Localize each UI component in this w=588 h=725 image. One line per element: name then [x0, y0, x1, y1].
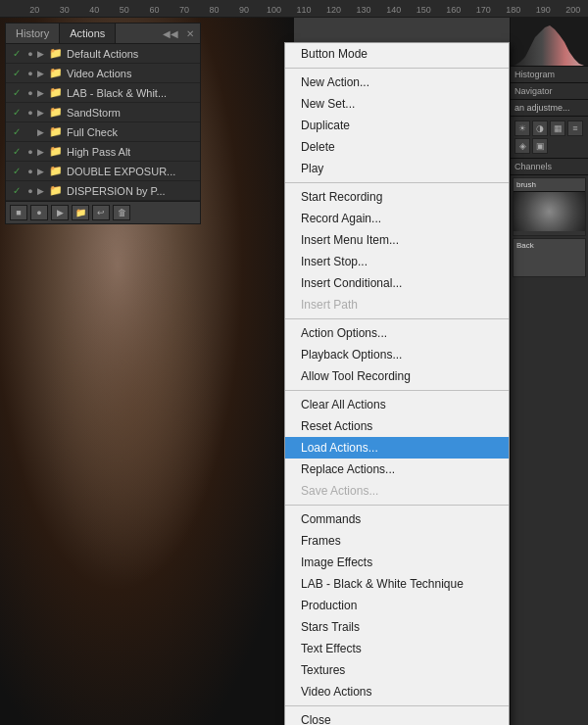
- adj-icon[interactable]: ▦: [550, 121, 565, 136]
- adj-icon[interactable]: ◈: [514, 138, 530, 154]
- ruler-mark: 110: [289, 5, 319, 15]
- menu-item-start-recording[interactable]: Start Recording: [285, 186, 509, 208]
- main-area: History Actions ◀◀ ✕ ✓ ● ▶ 📁 Default Act…: [0, 18, 588, 725]
- expand-icon: ▶: [37, 167, 49, 176]
- ruler-mark: 20: [20, 5, 50, 15]
- menu-item-text-effects[interactable]: Text Effects: [285, 638, 509, 659]
- check-icon: ✓: [10, 146, 24, 157]
- menu-item-new-action[interactable]: New Action...: [285, 72, 509, 93]
- folder-icon: 📁: [49, 106, 65, 119]
- item-label: LAB - Black & Whit...: [67, 87, 167, 99]
- menu-item-close[interactable]: Close: [285, 709, 509, 725]
- menu-item-button-mode[interactable]: Button Mode: [285, 43, 509, 65]
- list-item[interactable]: ✓ ● ▶ 📁 Video Actions: [6, 64, 200, 83]
- menu-item-new-set[interactable]: New Set...: [285, 93, 509, 115]
- expand-icon: ▶: [37, 147, 49, 157]
- item-label: High Pass Alt: [67, 146, 130, 158]
- ruler-mark: 200: [559, 5, 588, 15]
- brush-preview: [514, 192, 585, 231]
- ruler-mark: 70: [170, 5, 200, 15]
- new-action-button[interactable]: ↩: [92, 205, 110, 220]
- menu-item-insert-path: Insert Path: [285, 294, 509, 315]
- tab-history[interactable]: History: [6, 24, 60, 43]
- right-panel: Histogram Navigator an adjustme... ☀ ◑ ▦…: [510, 18, 588, 725]
- layer-thumb-brush[interactable]: brush: [513, 177, 586, 236]
- menu-item-insert-stop[interactable]: Insert Stop...: [285, 251, 509, 272]
- check-icon: ✓: [10, 87, 24, 98]
- ruler-mark: 50: [110, 5, 140, 15]
- svg-marker-0: [511, 25, 588, 67]
- menu-item-insert-menu-item[interactable]: Insert Menu Item...: [285, 229, 509, 251]
- menu-item-allow-tool-recording[interactable]: Allow Tool Recording: [285, 365, 509, 387]
- item-label: DOUBLE EXPOSUR...: [67, 166, 175, 177]
- ruler-mark: 30: [50, 5, 80, 15]
- menu-separator: [285, 318, 509, 319]
- menu-item-clear-all-actions[interactable]: Clear All Actions: [285, 394, 509, 415]
- adj-icon[interactable]: ☀: [514, 121, 530, 136]
- expand-icon: ▶: [37, 127, 49, 137]
- check-icon: ✓: [10, 126, 24, 137]
- expand-icon: ▶: [37, 49, 49, 59]
- menu-item-reset-actions[interactable]: Reset Actions: [285, 415, 509, 437]
- menu-item-duplicate[interactable]: Duplicate: [285, 115, 509, 136]
- list-item[interactable]: ✓ ● ▶ 📁 Default Actions: [6, 44, 200, 64]
- folder-icon: 📁: [49, 125, 65, 138]
- item-label: Default Actions: [67, 48, 138, 60]
- menu-item-replace-actions[interactable]: Replace Actions...: [285, 459, 509, 480]
- menu-item-insert-conditional[interactable]: Insert Conditional...: [285, 272, 509, 294]
- check-icon: ✓: [10, 166, 24, 176]
- panel-controls: ◀◀ ✕: [161, 28, 200, 39]
- folder-icon: 📁: [49, 47, 65, 60]
- menu-separator: [285, 505, 509, 506]
- tab-actions[interactable]: Actions: [60, 24, 116, 43]
- list-item[interactable]: ✓ ● ▶ 📁 SandStorm: [6, 103, 200, 122]
- menu-item-load-actions[interactable]: Load Actions...: [285, 437, 509, 459]
- visibility-icon: ●: [24, 49, 37, 59]
- list-item[interactable]: ✓ ● ▶ 📁 High Pass Alt: [6, 142, 200, 162]
- expand-icon: ▶: [37, 69, 49, 78]
- menu-item-image-effects[interactable]: Image Effects: [285, 552, 509, 573]
- adj-icon[interactable]: ≡: [567, 121, 583, 136]
- adjustments-label: an adjustme...: [511, 100, 588, 117]
- stop-button[interactable]: ■: [10, 205, 27, 220]
- panel-close-button[interactable]: ✕: [184, 28, 196, 39]
- delete-button[interactable]: 🗑: [113, 205, 130, 220]
- menu-item-frames[interactable]: Frames: [285, 530, 509, 552]
- menu-item-textures[interactable]: Textures: [285, 659, 509, 681]
- ruler-mark: 80: [199, 5, 229, 15]
- visibility-icon: ●: [24, 69, 37, 78]
- adj-icon[interactable]: ▣: [532, 138, 548, 154]
- ruler-mark: 60: [139, 5, 170, 15]
- menu-item-commands[interactable]: Commands: [285, 508, 509, 530]
- item-label: SandStorm: [67, 107, 121, 119]
- back-label: Back: [514, 239, 585, 252]
- menu-item-play[interactable]: Play: [285, 158, 509, 179]
- menu-item-action-options[interactable]: Action Options...: [285, 322, 509, 344]
- histogram-area: [511, 18, 588, 67]
- panel-header: History Actions ◀◀ ✕: [6, 24, 200, 44]
- menu-item-video-actions[interactable]: Video Actions: [285, 681, 509, 702]
- list-item[interactable]: ✓ ● ▶ 📁 LAB - Black & Whit...: [6, 83, 200, 103]
- layer-thumb-back[interactable]: Back: [513, 238, 586, 277]
- menu-separator: [285, 705, 509, 706]
- adj-icon[interactable]: ◑: [532, 121, 548, 136]
- adjustment-icons: ☀ ◑ ▦ ≡ ◈ ▣: [511, 117, 588, 159]
- menu-item-playback-options[interactable]: Playback Options...: [285, 344, 509, 365]
- check-icon: ✓: [10, 68, 24, 78]
- list-item[interactable]: ✓ ● ▶ 📁 DOUBLE EXPOSUR...: [6, 162, 200, 181]
- menu-item-production[interactable]: Production: [285, 595, 509, 616]
- panel-collapse-button[interactable]: ◀◀: [161, 28, 180, 39]
- play-button[interactable]: ▶: [51, 205, 69, 220]
- record-button[interactable]: ●: [30, 205, 48, 220]
- list-item[interactable]: ✓ ▶ 📁 Full Check: [6, 122, 200, 142]
- brush-label: brush: [514, 178, 585, 192]
- visibility-icon: ●: [24, 147, 37, 157]
- menu-item-delete[interactable]: Delete: [285, 136, 509, 158]
- menu-item-stars-trails[interactable]: Stars Trails: [285, 616, 509, 638]
- list-item[interactable]: ✓ ● ▶ 📁 DISPERSION by P...: [6, 181, 200, 201]
- check-icon: ✓: [10, 48, 24, 59]
- menu-item-lab-black-white[interactable]: LAB - Black & White Technique: [285, 573, 509, 595]
- menu-item-record-again[interactable]: Record Again...: [285, 208, 509, 229]
- new-set-button[interactable]: 📁: [72, 205, 89, 220]
- ruler-mark: 90: [229, 5, 260, 15]
